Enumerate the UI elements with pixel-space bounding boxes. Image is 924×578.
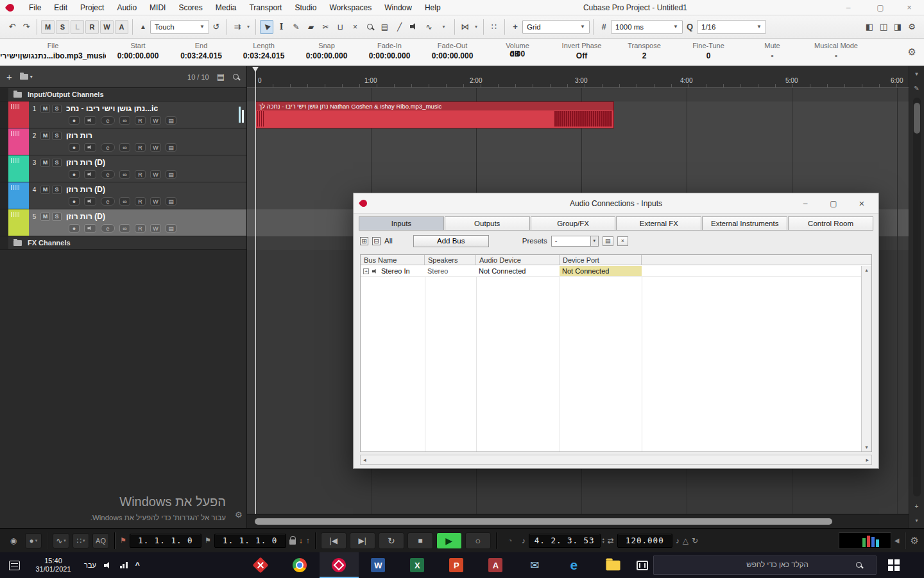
monitor-button[interactable]	[84, 116, 96, 125]
precount-icon[interactable]: ↻	[692, 536, 698, 545]
track-color-strip[interactable]	[8, 209, 29, 236]
track-visibility-button[interactable]: ▾	[20, 74, 33, 80]
field-value[interactable]: 0	[676, 51, 740, 60]
monitor-button[interactable]	[84, 197, 96, 206]
network-icon[interactable]	[120, 562, 128, 568]
record-enable-button[interactable]: ●	[69, 197, 80, 206]
taskbar-app-access[interactable]: A	[476, 552, 515, 578]
write-automation-button[interactable]: W	[150, 143, 161, 152]
transport-pad-icon[interactable]: ◉	[5, 533, 22, 548]
field-value[interactable]: 0:00:00.000	[421, 51, 484, 60]
mute-button[interactable]: M	[40, 186, 50, 194]
scroll-left-icon[interactable]: ◂	[363, 457, 366, 463]
menu-edit[interactable]: Edit	[47, 3, 74, 12]
click-pattern-button[interactable]: ∷▾	[73, 533, 89, 548]
field-value[interactable]: Off	[551, 51, 612, 60]
field-value[interactable]: 0:00:00.000	[358, 51, 421, 60]
cycle-button[interactable]: ↻	[379, 532, 404, 549]
tab-outputs[interactable]: Outputs	[445, 216, 530, 230]
write-automation-button[interactable]: W	[150, 116, 161, 125]
taskbar-app-diamond[interactable]	[241, 552, 280, 578]
menu-window[interactable]: Window	[378, 3, 418, 12]
dialog-close-button[interactable]: ×	[853, 195, 871, 213]
zoom-tool[interactable]	[363, 20, 377, 34]
punch-in-icon[interactable]: ↓	[299, 536, 303, 545]
lanes-button[interactable]: ▤	[166, 197, 176, 206]
audio-event[interactable]: נתן גושן וישי ריבו - נחכה לך Nathan Gosh…	[255, 101, 614, 128]
menu-project[interactable]: Project	[74, 3, 110, 12]
track-row-3[interactable]: 3 M S רות רוזן (D) ● e ∞ R W ▤	[0, 155, 246, 182]
info-invert-phase[interactable]: Invert PhaseOff	[551, 39, 612, 66]
range-selection-tool[interactable]: I	[275, 20, 288, 34]
scroll-down-icon[interactable]: ▾	[865, 444, 868, 450]
undo-button[interactable]: ↶	[5, 19, 19, 35]
snap-options-icon[interactable]: ▾	[472, 19, 480, 35]
presets-dropdown[interactable]: -▾	[551, 236, 599, 247]
record-enable-button[interactable]: ●	[69, 143, 80, 152]
write-automation-button[interactable]: W	[150, 197, 161, 206]
delete-preset-button[interactable]: ×	[617, 236, 628, 246]
zoom-in-button[interactable]: +	[911, 500, 923, 512]
field-value[interactable]: -	[804, 51, 868, 60]
jog-wheel-icon[interactable]: ◔	[502, 533, 518, 548]
track-lane-3[interactable]	[247, 155, 909, 182]
track-row-2[interactable]: 2 M S רות רוזן ● e ∞ R W ▤	[0, 128, 246, 155]
info-volume[interactable]: Volume0.00dB	[484, 39, 551, 66]
mute-button[interactable]: M	[40, 213, 50, 221]
return-to-start-button[interactable]: |◀	[321, 532, 346, 549]
solo-button[interactable]: S	[52, 213, 62, 221]
write-all-button[interactable]: W	[100, 20, 114, 34]
volume-icon[interactable]	[104, 562, 112, 569]
info-start[interactable]: Start0:00:00.000	[106, 39, 170, 66]
stop-button[interactable]: ■	[407, 532, 433, 549]
info-fine-tune[interactable]: Fine-Tune0	[676, 39, 740, 66]
maximize-button[interactable]: ▢	[872, 1, 889, 14]
track-row-4[interactable]: 4 M S רות רוזן (D) ● e ∞ R W ▤	[0, 182, 246, 209]
task-view-icon[interactable]	[637, 561, 648, 570]
track-lane-2[interactable]	[247, 128, 909, 155]
read-automation-button[interactable]: R	[135, 143, 146, 152]
edit-channel-button[interactable]: e	[101, 116, 115, 125]
audio-quantize-button[interactable]: AQ	[92, 533, 109, 548]
draw-zoom-icon[interactable]: ✎	[911, 82, 923, 94]
freeze-button[interactable]: ∞	[119, 197, 130, 206]
info-end[interactable]: End0:03:24.015	[170, 39, 232, 66]
freeze-button[interactable]: ∞	[119, 116, 130, 125]
track-color-strip[interactable]	[8, 155, 29, 182]
column-device-port[interactable]: Device Port	[560, 255, 642, 265]
track-name[interactable]: רות רוזן (D)	[66, 212, 105, 221]
project-cursor[interactable]	[255, 71, 256, 514]
freeze-button[interactable]: ∞	[119, 224, 130, 232]
horizontal-scrollbar[interactable]	[247, 514, 909, 528]
right-zone-toggle[interactable]: ◨	[891, 19, 905, 35]
grid-type-dropdown[interactable]: Grid▼	[522, 20, 590, 34]
left-locator-display[interactable]: 1. 1. 1. 0	[130, 534, 201, 548]
menu-transport[interactable]: Transport	[243, 3, 288, 12]
position-stepper[interactable]: ▴▾	[603, 538, 604, 544]
track-name[interactable]: רות רוזן	[66, 131, 92, 140]
read-automation-button[interactable]: R	[135, 170, 146, 179]
scrollbar-thumb[interactable]	[914, 103, 920, 134]
track-row-5-selected[interactable]: 5 M S רות רוזן (D) ● e ∞ R W ▤	[0, 209, 246, 236]
tab-external-instruments[interactable]: External Instruments	[702, 216, 787, 230]
dialog-horizontal-scrollbar[interactable]: ◂ ▸	[360, 455, 872, 465]
mute-button[interactable]: M	[40, 159, 50, 167]
freeze-button[interactable]: ∞	[119, 143, 130, 152]
solo-button[interactable]: S	[52, 186, 62, 194]
column-audio-device[interactable]: Audio Device	[476, 255, 560, 265]
forward-to-end-button[interactable]: ▶|	[350, 532, 375, 549]
automation-panel-button[interactable]: A	[115, 20, 128, 34]
tray-chevron-icon[interactable]: ^	[135, 561, 140, 570]
taskbar-clock[interactable]: 15:40 31/01/2021	[28, 557, 79, 574]
track-color-strip[interactable]	[8, 101, 29, 128]
language-indicator[interactable]: עבר	[84, 561, 96, 569]
menu-audio[interactable]: Audio	[110, 3, 143, 12]
track-name[interactable]: רות רוזן (D)	[66, 185, 105, 194]
suspend-automation-button[interactable]: ↺	[209, 19, 223, 35]
expand-icon[interactable]: +	[363, 268, 369, 274]
info-musical-mode[interactable]: Musical Mode-	[804, 39, 868, 66]
cursor-position-display[interactable]: 1. 1. 1. 0	[214, 534, 286, 548]
lanes-button[interactable]: ▤	[166, 116, 176, 125]
right-locator-icon[interactable]: ⚑	[205, 536, 211, 545]
solo-button[interactable]: S	[52, 159, 62, 167]
